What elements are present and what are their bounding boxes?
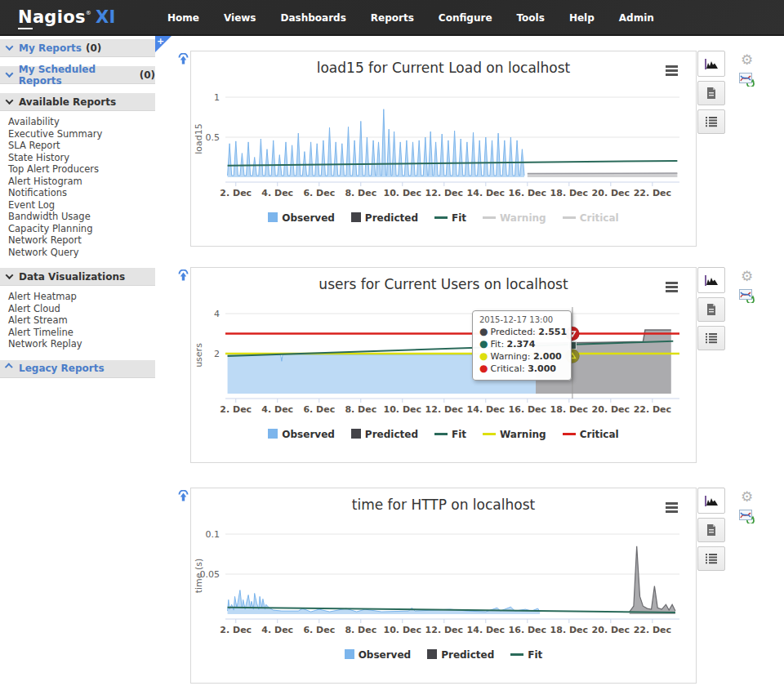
gear-icon[interactable]: ⚙ [741,270,753,283]
sidebar-item-event-log[interactable]: Event Log [8,199,155,212]
tooltip-series-value: 2.374 [507,339,536,350]
sidebar-section-label: Available Reports [19,96,116,108]
navbar-item-reports[interactable]: Reports [371,12,414,24]
chart-context-menu-icon[interactable] [666,65,678,78]
popout-chart-icon[interactable] [177,270,189,285]
svg-text:18. Dec: 18. Dec [550,188,588,198]
navbar-item-views[interactable]: Views [224,12,256,24]
chart-title: users for Current Users on localhost [191,276,696,292]
chevron-up-icon [5,363,13,371]
navbar-item-dashboards[interactable]: Dashboards [281,12,346,24]
legend-item-observed[interactable]: Observed [345,649,412,661]
sidebar-item-executive-summary[interactable]: Executive Summary [8,128,155,140]
svg-text:6. Dec: 6. Dec [303,188,335,198]
sidebar-item-sla-report[interactable]: SLA Report [8,140,155,152]
sidebar-item-network-replay[interactable]: Network Replay [8,338,155,350]
navbar-item-admin[interactable]: Admin [619,12,654,24]
sidebar-section-my-scheduled-reports[interactable]: My Scheduled Reports(0) [0,66,155,84]
section-count: (0) [86,42,101,54]
legend-square-swatch [427,649,437,659]
sidebar-item-state-history[interactable]: State History [8,152,155,164]
legend-item-observed[interactable]: Observed [268,212,335,224]
data-list-view-button[interactable] [697,109,725,134]
navbar-item-tools[interactable]: Tools [517,12,545,24]
legend-square-swatch [351,212,361,222]
tooltip-series-name: Critical: [490,363,528,374]
sidebar-section-my-reports[interactable]: My Reports(0) [0,39,155,57]
sidebar-item-alert-histogram[interactable]: Alert Histogram [8,176,155,188]
sidebar-section-label: Legacy Reports [19,363,105,374]
svg-text:6. Dec: 6. Dec [303,404,335,415]
legend-item-fit[interactable]: Fit [510,649,542,661]
svg-text:8. Dec: 8. Dec [345,188,376,198]
sidebar-item-alert-stream[interactable]: Alert Stream [8,314,155,327]
legend-label: Observed [282,429,335,440]
nagios-logo[interactable]: Nagios®XI [18,7,116,27]
export-chart-icon[interactable] [739,73,755,90]
gear-icon[interactable]: ⚙ [741,490,753,504]
sidebar-item-top-alert-producers[interactable]: Top Alert Producers [8,163,155,176]
legend-item-critical[interactable]: Critical [563,212,619,224]
area-chart-view-button[interactable] [697,51,725,77]
legend-item-warning[interactable]: Warning [483,429,546,440]
sidebar-section-data-visualizations[interactable]: Data Visualizations [0,268,155,286]
sidebar-section-legacy-reports[interactable]: Legacy Reports [0,360,155,378]
area-chart-view-button[interactable] [697,488,725,514]
series-bullet-icon: ● [479,350,488,362]
legend-line-swatch [483,216,496,219]
legend-label: Predicted [365,212,418,224]
sidebar-item-capacity-planning[interactable]: Capacity Planning [8,223,155,235]
sidebar-item-bandwidth-usage[interactable]: Bandwidth Usage [8,211,155,223]
data-list-view-button[interactable] [697,546,725,571]
legend-item-predicted[interactable]: Predicted [351,212,418,224]
chart-card-2: users for Current Users on localhost24us… [190,267,697,463]
legend-line-swatch [563,433,576,435]
svg-text:10. Dec: 10. Dec [384,625,421,635]
navbar-item-configure[interactable]: Configure [439,12,492,24]
chevron-down-icon [6,271,14,279]
chart-context-menu-icon[interactable] [666,502,678,514]
legend-item-observed[interactable]: Observed [268,429,335,440]
report-view-button[interactable] [697,518,725,542]
registered-mark: ® [86,10,91,16]
legend-item-fit[interactable]: Fit [434,429,466,440]
legend-item-critical[interactable]: Critical [563,429,619,440]
legend-line-swatch [434,433,448,435]
sidebar-item-alert-cloud[interactable]: Alert Cloud [8,303,155,315]
legend-label: Critical [580,429,619,440]
sidebar-item-notifications[interactable]: Notifications [8,187,155,199]
report-view-button[interactable] [697,297,725,322]
legend-item-predicted[interactable]: Predicted [351,429,418,440]
svg-text:2. Dec: 2. Dec [220,625,252,635]
gear-icon[interactable]: ⚙ [741,53,753,67]
navbar-item-help[interactable]: Help [569,12,595,24]
export-chart-icon[interactable] [739,510,755,527]
legend-item-warning[interactable]: Warning [483,212,546,224]
tooltip-row-fit: ●Fit: 2.374 [479,338,564,350]
svg-text:10. Dec: 10. Dec [384,404,421,415]
sidebar-item-alert-timeline[interactable]: Alert Timeline [8,327,155,339]
series-bullet-icon: ● [479,338,488,350]
legend-item-fit[interactable]: Fit [434,212,466,224]
export-chart-icon[interactable] [739,289,755,306]
data-list-view-button[interactable] [697,326,725,350]
navbar-item-home[interactable]: Home [167,12,199,24]
popout-chart-icon[interactable] [177,53,189,69]
sidebar-section-available-reports[interactable]: Available Reports [0,93,155,111]
report-view-button[interactable] [697,81,725,105]
sidebar-item-availability[interactable]: Availability [8,116,155,128]
chart-card-1: load15 for Current Load on localhost0.51… [190,51,697,247]
legend-item-predicted[interactable]: Predicted [427,649,494,661]
area-chart-view-button[interactable] [697,267,725,293]
legend-label: Fit [528,649,542,661]
chart-context-menu-icon[interactable] [666,282,678,294]
popout-chart-icon[interactable] [177,490,189,506]
svg-text:6. Dec: 6. Dec [303,625,335,635]
svg-text:22. Dec: 22. Dec [634,404,671,415]
sidebar-item-alert-heatmap[interactable]: Alert Heatmap [8,291,155,303]
add-to-dashboard-ribbon[interactable]: + [155,36,172,52]
tooltip-series-name: Fit: [490,339,506,350]
sidebar-item-network-query[interactable]: Network Query [8,247,155,259]
chart-title: load15 for Current Load on localhost [191,60,696,76]
sidebar-item-network-report[interactable]: Network Report [8,234,155,247]
